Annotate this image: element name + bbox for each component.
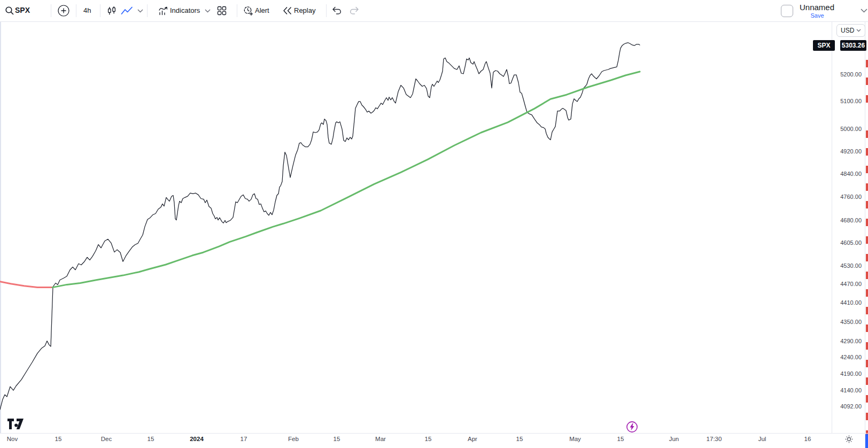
alert-clock-icon[interactable] bbox=[243, 5, 254, 17]
layout-name[interactable]: Unnamed bbox=[800, 3, 834, 12]
redo-icon[interactable] bbox=[348, 6, 360, 16]
undo-icon[interactable] bbox=[331, 6, 343, 16]
alert-button[interactable]: Alert bbox=[255, 6, 269, 14]
toolbar-separator bbox=[237, 4, 237, 17]
price-axis-label: 4920.00 bbox=[840, 148, 862, 155]
toolbar-separator bbox=[100, 4, 100, 17]
price-axis-label: 4140.00 bbox=[840, 387, 862, 393]
save-layout-checkbox[interactable] bbox=[781, 5, 793, 17]
compare-add-icon[interactable] bbox=[58, 5, 69, 17]
currency-selector[interactable]: USD bbox=[836, 24, 865, 37]
indicators-icon[interactable] bbox=[158, 6, 168, 16]
replay-rewind-icon[interactable] bbox=[282, 6, 292, 15]
price-axis-label: 4470.00 bbox=[840, 281, 862, 287]
search-icon[interactable] bbox=[5, 6, 14, 16]
toolbar-separator bbox=[51, 4, 51, 17]
tradingview-chart-window: SPX 4h bbox=[0, 0, 868, 448]
chevron-down-icon bbox=[856, 29, 861, 32]
price-axis-label: 5100.00 bbox=[840, 98, 862, 104]
price-axis-label: 4190.00 bbox=[840, 370, 862, 377]
price-axis[interactable]: 5200.005100.005000.004920.004840.004760.… bbox=[832, 22, 865, 433]
series-price bbox=[0, 43, 640, 410]
grid-layout-icon[interactable] bbox=[217, 6, 227, 16]
price-axis-label: 4530.00 bbox=[840, 262, 862, 269]
replay-button[interactable]: Replay bbox=[294, 6, 315, 14]
line-style-icon[interactable] bbox=[121, 6, 133, 15]
last-price-badge: 5303.26 bbox=[840, 40, 866, 51]
price-axis-label: 4290.00 bbox=[840, 338, 862, 344]
price-axis-label: 4605.00 bbox=[840, 240, 862, 246]
chevron-down-icon[interactable] bbox=[861, 9, 867, 13]
chevron-down-icon[interactable] bbox=[205, 9, 211, 13]
price-axis-label: 4680.00 bbox=[840, 217, 862, 223]
chevron-down-icon[interactable] bbox=[137, 9, 143, 13]
price-axis-label: 4350.00 bbox=[840, 319, 862, 325]
price-axis-label: 5200.00 bbox=[840, 71, 862, 78]
toolbar-separator bbox=[147, 4, 148, 17]
currency-label: USD bbox=[841, 27, 854, 34]
price-axis-label: 4092.00 bbox=[840, 403, 862, 410]
series-ma-rising bbox=[52, 72, 640, 288]
toolbar-separator bbox=[326, 4, 327, 17]
price-axis-label: 4760.00 bbox=[840, 194, 862, 200]
price-axis-label: 4240.00 bbox=[840, 354, 862, 360]
price-axis-label: 5000.00 bbox=[840, 126, 862, 132]
price-axis-label: 4410.00 bbox=[840, 299, 862, 306]
save-button[interactable]: Save bbox=[800, 12, 835, 19]
symbol-badge: SPX bbox=[813, 40, 835, 51]
price-axis-label: 4840.00 bbox=[840, 171, 862, 177]
interval-button[interactable]: 4h bbox=[83, 6, 91, 14]
indicators-button[interactable]: Indicators bbox=[170, 6, 200, 14]
chart-canvas[interactable] bbox=[0, 0, 868, 448]
toolbar-separator bbox=[76, 4, 76, 17]
top-toolbar: SPX 4h bbox=[0, 0, 868, 22]
symbol-search-button[interactable]: SPX bbox=[15, 6, 30, 14]
candles-icon[interactable] bbox=[107, 6, 117, 16]
series-ma-declining bbox=[0, 282, 52, 288]
